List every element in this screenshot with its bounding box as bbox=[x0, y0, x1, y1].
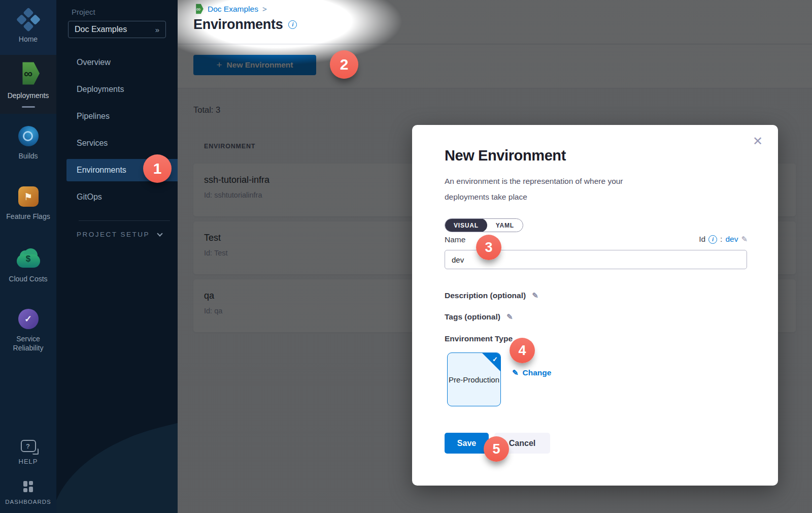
breadcrumb-link[interactable]: Doc Examples bbox=[208, 5, 258, 14]
rail-item-label: HELP bbox=[17, 457, 40, 466]
name-label: Name bbox=[445, 235, 465, 244]
change-pencil-icon: ✎ bbox=[512, 368, 519, 377]
sidebar-item-gitops[interactable]: GitOps bbox=[56, 183, 178, 210]
column-header-environment: ENVIRONMENT bbox=[204, 143, 255, 150]
modal-description: An environment is the representation of … bbox=[445, 173, 663, 205]
tags-field: Tags (optional) ✎ bbox=[445, 312, 513, 322]
module-rail: Home ∞ Deployments Builds ⚑ Feature Flag… bbox=[0, 0, 56, 513]
cloud-costs-icon: $ bbox=[16, 248, 41, 269]
sidebar-item-deployments[interactable]: Deployments bbox=[56, 76, 178, 103]
breadcrumb: ∞ Doc Examples > bbox=[193, 4, 267, 14]
project-section-label: Project bbox=[72, 8, 95, 16]
feature-flags-icon: ⚑ bbox=[18, 186, 39, 207]
rail-item-label: Home bbox=[17, 35, 40, 44]
rail-item-deployments[interactable]: ∞ Deployments bbox=[0, 55, 56, 114]
new-environment-button[interactable]: + New Environment bbox=[193, 55, 316, 75]
id-value: dev bbox=[725, 235, 738, 244]
id-label: Id bbox=[699, 235, 705, 244]
sidebar-item-overview[interactable]: Overview bbox=[56, 49, 178, 76]
project-menu: Overview Deployments Pipelines Services … bbox=[56, 49, 178, 210]
annotation-badge-2: 2 bbox=[330, 50, 358, 79]
chevron-right-icon: > bbox=[262, 5, 267, 13]
check-icon: ✓ bbox=[492, 354, 498, 365]
app-root: Home ∞ Deployments Builds ⚑ Feature Flag… bbox=[0, 0, 812, 513]
save-button[interactable]: Save bbox=[445, 433, 489, 454]
modal-title: New Environment bbox=[445, 147, 566, 164]
rail-item-feature-flags[interactable]: ⚑ Feature Flags bbox=[0, 173, 56, 235]
annotation-badge-3: 3 bbox=[476, 235, 501, 260]
id-info-icon[interactable]: i bbox=[708, 235, 717, 244]
active-module-indicator bbox=[22, 106, 35, 108]
info-icon[interactable]: i bbox=[288, 20, 297, 29]
id-separator: : bbox=[720, 235, 722, 244]
project-sidebar: Project Doc Examples » Overview Deployme… bbox=[56, 0, 178, 513]
dashboards-icon bbox=[23, 481, 33, 492]
edit-id-pencil-icon[interactable]: ✎ bbox=[741, 235, 748, 244]
total-count: Total: 3 bbox=[193, 105, 220, 115]
rail-item-home[interactable]: Home bbox=[0, 0, 56, 55]
description-field: Description (optional) ✎ bbox=[445, 291, 538, 300]
annotation-badge-5: 5 bbox=[484, 436, 509, 462]
sidebar-wave-decoration bbox=[56, 390, 178, 513]
rail-item-builds[interactable]: Builds bbox=[0, 114, 56, 173]
new-environment-modal: ✕ New Environment An environment is the … bbox=[412, 125, 778, 486]
rail-item-service-reliability[interactable]: ✓ Service Reliability bbox=[0, 297, 56, 365]
environment-type-card-pre-production[interactable]: Pre-Production ✓ bbox=[447, 352, 501, 406]
builds-icon bbox=[18, 126, 39, 146]
help-icon: ? bbox=[21, 440, 36, 452]
page-title: Environments bbox=[193, 17, 283, 33]
tab-yaml[interactable]: YAML bbox=[487, 218, 523, 232]
project-selector-value: Doc Examples bbox=[75, 25, 127, 34]
page-header: ∞ Doc Examples > Environments i bbox=[178, 0, 812, 44]
sidebar-item-pipelines[interactable]: Pipelines bbox=[56, 103, 178, 130]
project-selector[interactable]: Doc Examples » bbox=[68, 21, 166, 38]
rail-item-label: Service Reliability bbox=[0, 334, 56, 352]
environment-type-label: Environment Type bbox=[445, 334, 513, 343]
environment-type-value: Pre-Production bbox=[449, 374, 499, 385]
chevron-down-icon bbox=[157, 231, 162, 236]
annotation-badge-1: 1 bbox=[143, 154, 172, 183]
rail-item-dashboards[interactable]: DASHBOARDS bbox=[0, 474, 56, 513]
visual-yaml-toggle: VISUAL YAML bbox=[445, 218, 523, 232]
rail-item-cloud-costs[interactable]: $ Cloud Costs bbox=[0, 235, 56, 297]
plus-icon: + bbox=[216, 59, 222, 71]
rail-item-label: Deployments bbox=[6, 91, 51, 100]
edit-tags-pencil-icon[interactable]: ✎ bbox=[506, 312, 513, 322]
home-icon bbox=[15, 8, 41, 34]
service-reliability-icon: ✓ bbox=[18, 309, 39, 329]
change-environment-type-link[interactable]: ✎ Change bbox=[512, 368, 551, 377]
rail-item-label: Cloud Costs bbox=[7, 274, 49, 283]
rail-item-label: Builds bbox=[16, 151, 40, 161]
rail-item-label: DASHBOARDS bbox=[3, 497, 53, 506]
project-hexagon-icon: ∞ bbox=[193, 4, 204, 14]
project-setup-toggle[interactable]: PROJECT SETUP bbox=[77, 231, 162, 238]
sidebar-divider bbox=[79, 220, 170, 221]
toolbar: + New Environment bbox=[178, 45, 812, 88]
deployments-icon: ∞ bbox=[17, 61, 40, 86]
edit-description-pencil-icon[interactable]: ✎ bbox=[532, 291, 538, 300]
double-chevron-icon: » bbox=[155, 25, 159, 34]
close-icon[interactable]: ✕ bbox=[753, 134, 763, 148]
tab-visual[interactable]: VISUAL bbox=[445, 218, 487, 232]
annotation-badge-4: 4 bbox=[510, 338, 535, 363]
sidebar-item-services[interactable]: Services bbox=[56, 130, 178, 156]
rail-item-label: Feature Flags bbox=[4, 212, 52, 221]
id-row: Id i : dev ✎ bbox=[699, 235, 748, 244]
rail-item-help[interactable]: ? HELP bbox=[0, 432, 56, 474]
